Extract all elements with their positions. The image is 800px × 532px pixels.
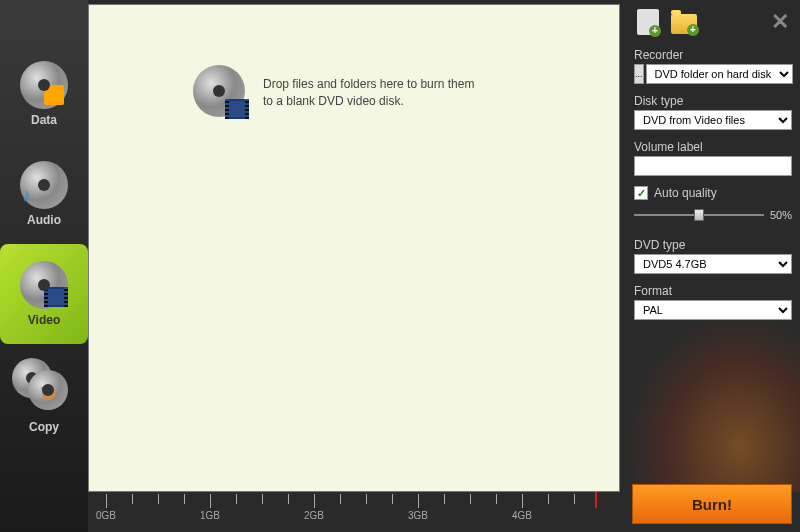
add-folder-button[interactable] (670, 8, 698, 36)
disc-icon (20, 61, 68, 109)
recorder-select[interactable]: DVD folder on hard disk (646, 64, 793, 84)
volume-label: Volume label (634, 140, 792, 154)
disc-icon: ↻ (28, 370, 68, 410)
volume-input[interactable] (634, 156, 792, 176)
disc-icon (20, 261, 68, 309)
file-plus-icon (637, 9, 659, 35)
music-note-icon: ♪ (22, 185, 40, 207)
dvd-video-icon (193, 65, 249, 121)
add-file-button[interactable] (634, 8, 662, 36)
sidebar-item-label: Copy (29, 420, 59, 434)
auto-quality-label: Auto quality (654, 186, 717, 200)
ruler-label: 4GB (512, 510, 532, 521)
drop-text-line2: to a blank DVD video disk. (263, 93, 474, 110)
sidebar-item-copy[interactable]: ↻ Copy (0, 344, 88, 444)
dvdtype-select[interactable]: DVD5 4.7GB (634, 254, 792, 274)
ruler-label: 1GB (200, 510, 220, 521)
sidebar-item-audio[interactable]: ♪ Audio (0, 144, 88, 244)
format-select[interactable]: PAL (634, 300, 792, 320)
folder-plus-icon (671, 14, 697, 34)
close-button[interactable]: ✕ (768, 9, 792, 35)
disktype-label: Disk type (634, 94, 792, 108)
disc-icon: ♪ (20, 161, 68, 209)
sidebar-item-label: Video (28, 313, 60, 327)
sidebar-item-data[interactable]: Data (0, 44, 88, 144)
capacity-marker (595, 492, 597, 508)
quality-value: 50% (770, 209, 792, 221)
burn-button[interactable]: Burn! (632, 484, 792, 524)
drop-text-line1: Drop files and folders here to burn them (263, 76, 474, 93)
drop-zone[interactable]: Drop files and folders here to burn them… (88, 4, 620, 492)
ruler-label: 2GB (304, 510, 324, 521)
filmstrip-icon (44, 287, 68, 307)
arrow-icon: ↻ (40, 382, 62, 404)
sidebar-item-video[interactable]: Video (0, 244, 88, 344)
drop-message: Drop files and folders here to burn them… (193, 65, 474, 121)
sidebar-item-label: Audio (27, 213, 61, 227)
auto-quality-checkbox[interactable]: ✓ (634, 186, 648, 200)
size-ruler: 0GB 1GB 2GB 3GB 4GB (88, 494, 620, 532)
ruler-label: 3GB (408, 510, 428, 521)
recorder-browse-button[interactable]: ... (634, 64, 644, 84)
data-overlay-icon (44, 85, 64, 105)
flame-graphic (626, 312, 800, 492)
sidebar-item-label: Data (31, 113, 57, 127)
ruler-label: 0GB (96, 510, 116, 521)
dvdtype-label: DVD type (634, 238, 792, 252)
slider-thumb[interactable] (694, 209, 704, 221)
recorder-label: Recorder (634, 48, 792, 62)
disktype-select[interactable]: DVD from Video files (634, 110, 792, 130)
quality-slider[interactable] (634, 206, 764, 224)
format-label: Format (634, 284, 792, 298)
